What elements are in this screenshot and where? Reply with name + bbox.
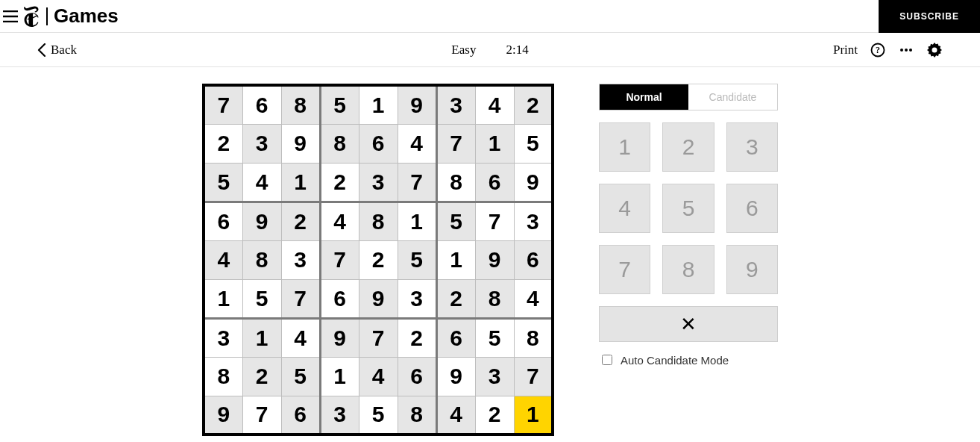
tab-normal[interactable]: Normal [600,84,688,110]
cell-r7-c6[interactable]: 2 [398,318,436,357]
menu-icon[interactable] [0,0,21,33]
cell-r4-c4[interactable]: 4 [320,202,359,240]
subscribe-button[interactable]: SUBSCRIBE [879,0,980,33]
cell-r2-c8[interactable]: 1 [475,124,514,163]
cell-r2-c3[interactable]: 9 [281,124,320,163]
cell-r5-c5[interactable]: 2 [359,240,398,279]
print-button[interactable]: Print [833,43,858,57]
cell-r4-c1[interactable]: 6 [204,202,242,240]
cell-r7-c3[interactable]: 4 [281,318,320,357]
cell-r7-c8[interactable]: 5 [475,318,514,357]
cell-r7-c1[interactable]: 3 [204,318,242,357]
cell-r4-c5[interactable]: 8 [359,202,398,240]
cell-r9-c3[interactable]: 6 [281,396,320,435]
cell-r3-c4[interactable]: 2 [320,163,359,202]
cell-r8-c5[interactable]: 4 [359,357,398,396]
cell-r9-c5[interactable]: 5 [359,396,398,435]
cell-r8-c3[interactable]: 5 [281,357,320,396]
cell-r1-c5[interactable]: 1 [359,85,398,124]
cell-r4-c9[interactable]: 3 [514,202,553,240]
cell-r6-c3[interactable]: 7 [281,279,320,318]
key-erase[interactable]: ✕ [599,306,778,342]
cell-r1-c6[interactable]: 9 [398,85,436,124]
cell-r8-c7[interactable]: 9 [436,357,475,396]
cell-r5-c6[interactable]: 5 [398,240,436,279]
cell-r7-c2[interactable]: 1 [242,318,281,357]
cell-r1-c9[interactable]: 2 [514,85,553,124]
cell-r6-c5[interactable]: 9 [359,279,398,318]
cell-r2-c7[interactable]: 7 [436,124,475,163]
cell-r2-c6[interactable]: 4 [398,124,436,163]
cell-r5-c8[interactable]: 9 [475,240,514,279]
cell-r9-c6[interactable]: 8 [398,396,436,435]
cell-r7-c5[interactable]: 7 [359,318,398,357]
cell-r9-c7[interactable]: 4 [436,396,475,435]
key-3[interactable]: 3 [726,122,778,172]
cell-r4-c6[interactable]: 1 [398,202,436,240]
cell-r3-c9[interactable]: 9 [514,163,553,202]
cell-r2-c2[interactable]: 3 [242,124,281,163]
brand[interactable]: Games [21,4,119,28]
cell-r8-c9[interactable]: 7 [514,357,553,396]
cell-r3-c6[interactable]: 7 [398,163,436,202]
cell-r8-c1[interactable]: 8 [204,357,242,396]
cell-r7-c9[interactable]: 8 [514,318,553,357]
help-icon[interactable]: ? [870,42,886,58]
cell-r6-c2[interactable]: 5 [242,279,281,318]
cell-r6-c8[interactable]: 8 [475,279,514,318]
cell-r3-c1[interactable]: 5 [204,163,242,202]
cell-r9-c1[interactable]: 9 [204,396,242,435]
key-9[interactable]: 9 [726,245,778,294]
cell-r5-c1[interactable]: 4 [204,240,242,279]
cell-r2-c9[interactable]: 5 [514,124,553,163]
cell-r5-c4[interactable]: 7 [320,240,359,279]
key-8[interactable]: 8 [662,245,714,294]
gear-icon[interactable] [926,42,943,58]
cell-r3-c3[interactable]: 1 [281,163,320,202]
cell-r4-c8[interactable]: 7 [475,202,514,240]
cell-r6-c1[interactable]: 1 [204,279,242,318]
cell-r9-c8[interactable]: 2 [475,396,514,435]
cell-r1-c7[interactable]: 3 [436,85,475,124]
cell-r7-c4[interactable]: 9 [320,318,359,357]
cell-r6-c7[interactable]: 2 [436,279,475,318]
key-1[interactable]: 1 [599,122,650,172]
cell-r8-c4[interactable]: 1 [320,357,359,396]
cell-r2-c1[interactable]: 2 [204,124,242,163]
cell-r6-c6[interactable]: 3 [398,279,436,318]
cell-r3-c5[interactable]: 3 [359,163,398,202]
cell-r3-c7[interactable]: 8 [436,163,475,202]
cell-r4-c7[interactable]: 5 [436,202,475,240]
cell-r8-c8[interactable]: 3 [475,357,514,396]
cell-r1-c4[interactable]: 5 [320,85,359,124]
key-5[interactable]: 5 [662,184,714,233]
cell-r2-c4[interactable]: 8 [320,124,359,163]
tab-candidate[interactable]: Candidate [688,84,777,110]
cell-r6-c4[interactable]: 6 [320,279,359,318]
cell-r9-c2[interactable]: 7 [242,396,281,435]
cell-r2-c5[interactable]: 6 [359,124,398,163]
auto-candidate-row[interactable]: Auto Candidate Mode [599,352,778,367]
more-icon[interactable] [898,42,914,58]
auto-candidate-checkbox[interactable] [602,355,612,365]
cell-r1-c3[interactable]: 8 [281,85,320,124]
key-2[interactable]: 2 [662,122,714,172]
cell-r6-c9[interactable]: 4 [514,279,553,318]
cell-r3-c2[interactable]: 4 [242,163,281,202]
cell-r9-c9[interactable]: 1 [514,396,553,435]
cell-r5-c9[interactable]: 6 [514,240,553,279]
cell-r1-c1[interactable]: 7 [204,85,242,124]
cell-r7-c7[interactable]: 6 [436,318,475,357]
key-4[interactable]: 4 [599,184,650,233]
key-7[interactable]: 7 [599,245,650,294]
difficulty-label[interactable]: Easy [451,43,476,57]
cell-r3-c8[interactable]: 6 [475,163,514,202]
back-button[interactable]: Back [37,43,77,57]
cell-r4-c3[interactable]: 2 [281,202,320,240]
cell-r5-c2[interactable]: 8 [242,240,281,279]
cell-r1-c2[interactable]: 6 [242,85,281,124]
cell-r8-c6[interactable]: 6 [398,357,436,396]
cell-r1-c8[interactable]: 4 [475,85,514,124]
cell-r5-c3[interactable]: 3 [281,240,320,279]
cell-r5-c7[interactable]: 1 [436,240,475,279]
